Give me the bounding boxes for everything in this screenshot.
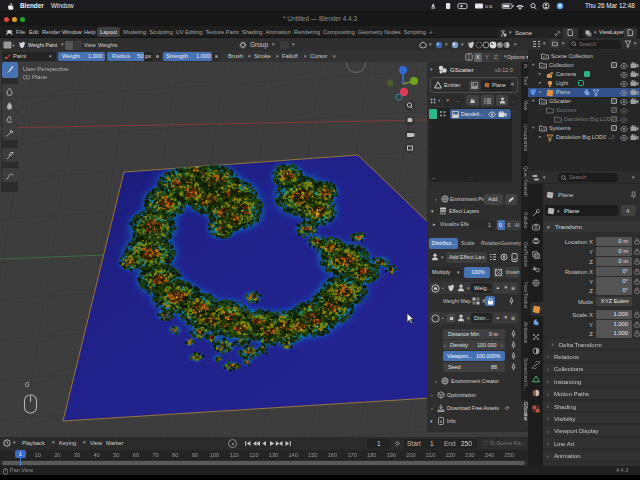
svg-text:U.S.: U.S. <box>485 4 493 9</box>
